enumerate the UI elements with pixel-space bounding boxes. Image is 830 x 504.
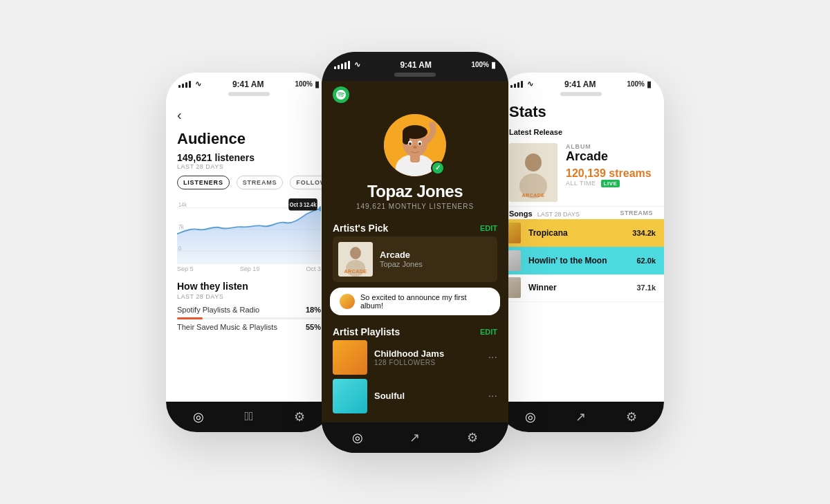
song-streams-1: 334.2k [632, 229, 664, 237]
bubble-avatar [340, 294, 355, 309]
pick-album-art: ARCADE [338, 242, 373, 277]
svg-text:Oct 3  12.4k: Oct 3 12.4k [290, 201, 317, 208]
signal-right: ∿ [510, 80, 533, 88]
battery-icon-center: ▮ [491, 60, 496, 70]
song-streams-2: 62.0k [636, 256, 664, 265]
playlist-name-1: Childhood Jams [374, 348, 481, 359]
tab-listeners[interactable]: LISTENERS [177, 176, 230, 189]
nav-gear-center[interactable]: ⚙ [467, 430, 478, 445]
how-they-listen-sub: LAST 28 DAYS [166, 293, 332, 304]
battery-icon-right: ▮ [647, 80, 652, 89]
speech-text: So excited to announce my first album! [360, 293, 490, 310]
listen-pct-2: 55% [306, 323, 321, 331]
release-art-label: ARCADE [522, 193, 545, 198]
status-bar-left: ∿ 9:41 AM 100% ▮ [166, 73, 332, 92]
latest-release: ARCADE ALBUM Arcade 120,139 streams ALL … [498, 139, 664, 206]
signal-dots-left [178, 81, 191, 88]
audience-header: ‹ [166, 100, 332, 127]
speaker-left [228, 92, 270, 96]
scene: ∿ 9:41 AM 100% ▮ ‹ Audience 149,621 list… [0, 0, 830, 504]
artists-pick-edit[interactable]: EDIT [480, 224, 497, 232]
nav-chart-right[interactable]: ↗ [575, 409, 586, 424]
playlist-card-1: Childhood Jams 128 FOLLOWERS ··· [333, 340, 497, 375]
bar-fill-1 [177, 317, 203, 319]
nav-gear-left[interactable]: ⚙ [294, 409, 305, 424]
chart-svg: Oct 3 12.4k 14k 7k 0 [177, 195, 321, 264]
playlist-name-2: Soulful [374, 391, 481, 401]
playlist-thumb-1 [333, 340, 367, 375]
listen-row-1: Spotify Playlists & Radio 18% [166, 304, 332, 315]
song-row-3: Winner 37.1k [498, 274, 664, 302]
right-phone: ∿ 9:41 AM 100% ▮ Stats Latest Release [498, 73, 664, 432]
artist-playlists-edit[interactable]: EDIT [480, 328, 497, 336]
nav-person-center[interactable]: ◎ [352, 430, 363, 445]
artist-playlists-label: Artist Playlists [333, 326, 400, 337]
playlist-more-2[interactable]: ··· [488, 390, 497, 402]
playlist-card-2: Soulful ··· [333, 379, 497, 413]
wifi-icon-center: ∿ [354, 60, 360, 69]
pick-card: ARCADE Arcade Topaz Jones [333, 236, 497, 282]
signal-dots-right [510, 81, 523, 88]
bottom-nav-center: ◎ ↗ ⚙ [322, 422, 508, 453]
tab-streams[interactable]: STREAMS [237, 176, 284, 189]
chart-label-3: Oct 3 [306, 265, 321, 272]
song-name-3: Winner [528, 283, 631, 292]
pick-artist: Topaz Jones [380, 260, 492, 268]
chart-label-2: Sep 19 [240, 265, 260, 272]
bar-track-1 [177, 317, 321, 319]
release-art: ARCADE [509, 143, 557, 202]
verified-badge: ✓ [431, 161, 445, 175]
nav-gear-right[interactable]: ⚙ [626, 409, 637, 424]
svg-text:0: 0 [178, 245, 182, 252]
nav-chart-left[interactable]: ↗⃣ [244, 409, 253, 424]
playlist-more-1[interactable]: ··· [488, 351, 497, 364]
audience-tabs: LISTENERS STREAMS FOLLOWERS [166, 176, 332, 195]
pick-title: Arcade [380, 250, 492, 260]
battery-pct-center: 100% [471, 61, 489, 68]
svg-text:14k: 14k [178, 201, 187, 208]
back-button-left[interactable]: ‹ [177, 107, 182, 123]
artist-header-bar [322, 81, 508, 109]
status-bar-center: ∿ 9:41 AM 100% ▮ [322, 52, 508, 73]
release-qualifier: ALL TIME LIVE [566, 180, 653, 187]
artist-name: Topaz Jones [367, 182, 463, 201]
signal-left: ∿ [178, 80, 201, 88]
signal-center: ∿ [334, 60, 360, 69]
svg-point-20 [429, 122, 436, 129]
songs-header-label: Songs LAST 28 DAYS [509, 209, 580, 218]
artists-pick-header: Artist's Pick EDIT [322, 218, 508, 236]
chart-labels: Sep 5 Sep 19 Oct 3 [166, 264, 332, 274]
time-right: 9:41 AM [533, 80, 627, 89]
svg-text:7k: 7k [178, 223, 185, 230]
bottom-nav-right: ◎ ↗ ⚙ [498, 402, 664, 432]
spotify-logo [333, 86, 349, 103]
song-row-2: Howlin' to the Moon 62.0k [498, 247, 664, 274]
artist-monthly-listeners: 149,621 MONTHLY LISTENERS [356, 203, 474, 210]
song-name-2: Howlin' to the Moon [528, 256, 631, 265]
song-name-1: Tropicana [528, 228, 627, 238]
signal-dots-center [334, 61, 350, 69]
listen-label-1: Spotify Playlists & Radio [177, 306, 259, 314]
release-info: ALBUM Arcade 120,139 streams ALL TIME LI… [566, 143, 653, 188]
playlist-info-2: Soulful [374, 391, 481, 401]
chart-label-1: Sep 5 [177, 265, 194, 272]
release-type: ALBUM [566, 143, 653, 150]
status-bar-right: ∿ 9:41 AM 100% ▮ [498, 73, 664, 92]
song-streams-3: 37.1k [636, 283, 664, 292]
artist-playlists-header: Artist Playlists EDIT [322, 322, 508, 340]
left-phone: ∿ 9:41 AM 100% ▮ ‹ Audience 149,621 list… [166, 73, 332, 432]
songs-streams-col: STREAMS [620, 209, 653, 218]
songs-header: Songs LAST 28 DAYS STREAMS [498, 206, 664, 219]
release-name: Arcade [566, 150, 653, 164]
listen-row-2: Their Saved Music & Playlists 55% [166, 321, 332, 333]
how-they-listen-title: How they listen [166, 274, 332, 293]
playlist-info-1: Childhood Jams 128 FOLLOWERS [374, 348, 481, 366]
time-left: 9:41 AM [201, 80, 295, 89]
release-streams: 120,139 streams [566, 167, 653, 180]
time-center: 9:41 AM [360, 60, 471, 70]
playlist-followers-1: 128 FOLLOWERS [374, 359, 481, 366]
nav-chart-center[interactable]: ↗ [409, 430, 420, 445]
songs-last-days: LAST 28 DAYS [537, 211, 580, 218]
nav-person-left[interactable]: ◎ [193, 409, 204, 424]
nav-person-right[interactable]: ◎ [525, 409, 536, 424]
